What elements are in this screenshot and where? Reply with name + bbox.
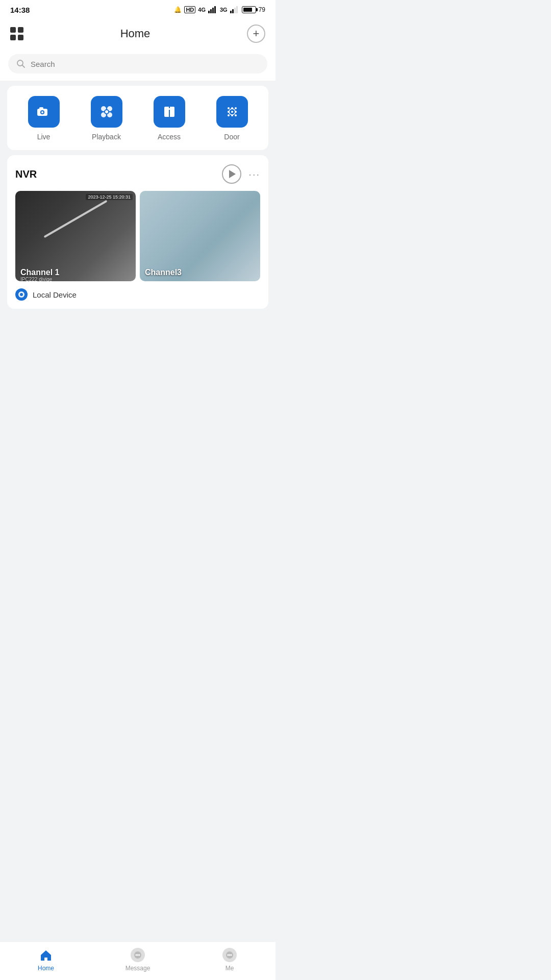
svg-rect-1 (210, 9, 212, 13)
door-label: Door (224, 133, 239, 141)
signal-bars-3g (230, 6, 239, 13)
camera-card-ch3[interactable]: Channel3 (140, 191, 260, 281)
action-item-access[interactable]: Access (152, 96, 187, 141)
action-item-door[interactable]: Door (214, 96, 250, 141)
live-icon-wrap (28, 96, 60, 128)
quick-actions-panel: Live Playback (7, 86, 268, 150)
access-icon (161, 103, 178, 120)
access-label: Access (158, 133, 181, 141)
action-item-live[interactable]: Live (26, 96, 62, 141)
local-device-label: Local Device (33, 290, 77, 299)
signal-bars-4g (208, 6, 217, 13)
nvr-more-button[interactable]: ··· (248, 168, 260, 180)
svg-rect-22 (168, 108, 170, 110)
svg-rect-5 (232, 9, 234, 13)
svg-rect-11 (39, 107, 43, 110)
action-item-playback[interactable]: Playback (89, 96, 124, 141)
nvr-controls: ··· (222, 164, 260, 184)
svg-rect-7 (236, 6, 238, 13)
search-bar (8, 54, 267, 74)
camera-icon (35, 103, 53, 120)
access-icon-wrap (154, 96, 185, 128)
status-icons: 🔔 HD 4G 3G 79 (174, 6, 265, 13)
4g-signal-icon: 4G (198, 7, 206, 13)
playback-icon-wrap (91, 96, 122, 128)
svg-point-23 (228, 107, 230, 109)
nvr-section: NVR ··· 2023-12-25 15:20:31 Channel 1 IP… (7, 155, 268, 309)
live-label: Live (37, 133, 51, 141)
search-input[interactable] (31, 60, 259, 68)
svg-rect-0 (208, 11, 210, 13)
camera-subtitle-ch1: IPC222 diyige (20, 277, 52, 281)
door-icon (223, 103, 241, 120)
3g-signal-icon: 3G (220, 7, 228, 13)
door-icon-wrap (216, 96, 248, 128)
playback-label: Playback (92, 133, 121, 141)
svg-point-29 (228, 114, 230, 116)
camera-label-ch1: Channel 1 (20, 268, 59, 277)
playback-icon (98, 103, 115, 120)
svg-point-13 (41, 111, 43, 113)
svg-point-25 (235, 107, 237, 109)
svg-point-34 (20, 293, 23, 296)
camera-label-ch3: Channel3 (145, 268, 182, 277)
svg-rect-6 (234, 8, 236, 13)
nvr-play-button[interactable] (222, 164, 241, 184)
svg-line-9 (22, 65, 25, 68)
camera-timestamp-ch1: 2023-12-25 15:20:31 (86, 194, 133, 200)
search-icon (16, 59, 26, 68)
plus-icon: + (253, 28, 260, 39)
local-device-icon (15, 288, 28, 301)
battery-icon (242, 6, 256, 13)
camera-card-ch1[interactable]: 2023-12-25 15:20:31 Channel 1 IPC222 diy… (15, 191, 136, 281)
svg-rect-4 (230, 11, 232, 13)
local-device[interactable]: Local Device (15, 288, 260, 301)
status-time: 14:38 (10, 6, 30, 14)
page-title: Home (120, 27, 151, 40)
camera-grid: 2023-12-25 15:20:31 Channel 1 IPC222 diy… (15, 191, 260, 281)
svg-rect-3 (214, 6, 216, 13)
alarm-icon: 🔔 (174, 6, 182, 13)
status-bar: 14:38 🔔 HD 4G 3G (0, 0, 276, 18)
svg-point-19 (105, 110, 108, 113)
grid-menu-icon[interactable] (10, 27, 23, 40)
nvr-header: NVR ··· (15, 164, 260, 184)
nvr-title: NVR (15, 168, 37, 180)
main-content: Live Playback (0, 49, 276, 355)
svg-point-27 (231, 111, 233, 113)
svg-rect-2 (212, 8, 214, 13)
battery-percent: 79 (259, 6, 265, 13)
svg-point-31 (235, 114, 237, 116)
header: Home + (0, 18, 276, 49)
add-button[interactable]: + (247, 24, 265, 43)
hd-badge: HD (184, 6, 195, 13)
search-container (0, 49, 276, 81)
play-triangle-icon (229, 170, 236, 178)
